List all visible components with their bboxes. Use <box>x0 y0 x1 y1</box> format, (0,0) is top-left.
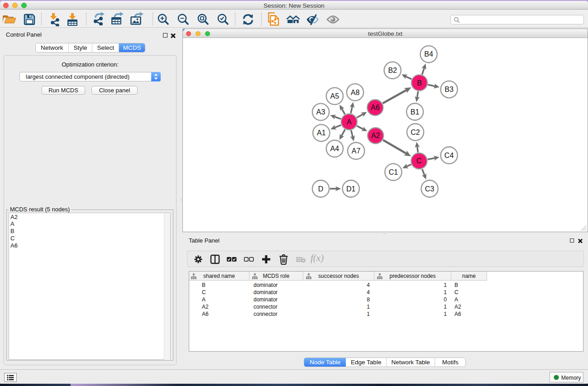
svg-text:A: A <box>347 118 352 125</box>
svg-text:B1: B1 <box>411 108 420 115</box>
svg-text:B2: B2 <box>388 67 397 74</box>
svg-text:A6: A6 <box>371 104 380 111</box>
svg-text:C1: C1 <box>389 168 398 176</box>
svg-text:A5: A5 <box>330 92 339 100</box>
svg-text:C4: C4 <box>445 151 454 159</box>
svg-text:A7: A7 <box>352 147 361 155</box>
svg-text:C2: C2 <box>411 128 420 136</box>
svg-text:D: D <box>318 185 324 192</box>
svg-text:A3: A3 <box>316 108 325 116</box>
svg-text:B: B <box>417 79 422 86</box>
svg-text:A1: A1 <box>317 129 326 137</box>
svg-text:B4: B4 <box>424 50 433 58</box>
svg-text:D1: D1 <box>346 185 356 192</box>
svg-text:A2: A2 <box>371 132 380 139</box>
svg-text:A8: A8 <box>351 88 360 96</box>
svg-text:C: C <box>416 157 422 165</box>
svg-text:B3: B3 <box>445 86 454 93</box>
svg-text:A4: A4 <box>330 145 339 152</box>
svg-text:C3: C3 <box>425 185 435 192</box>
